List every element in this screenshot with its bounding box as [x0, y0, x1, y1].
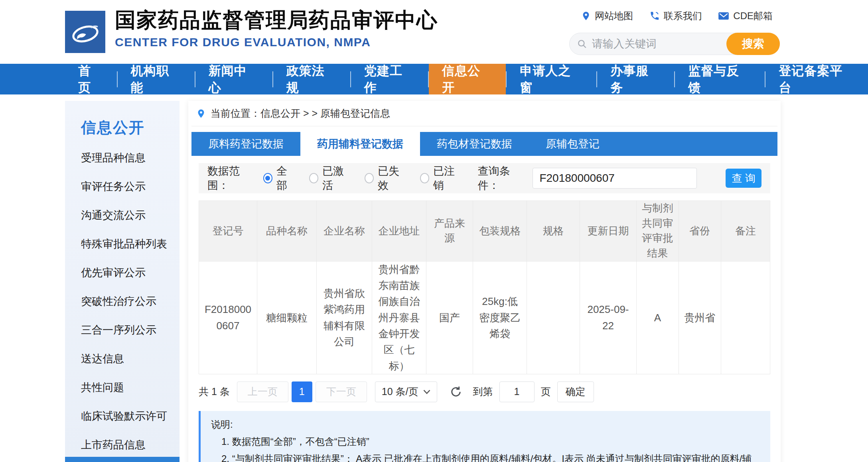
sidebar-item-breakthrough-therapy[interactable]: 突破性治疗公示 [65, 287, 180, 316]
next-page-button[interactable]: 下一页 [316, 381, 367, 402]
radio-cancelled-label: 已注销 [433, 164, 462, 193]
sidebar-item-special-approval[interactable]: 特殊审批品种列表 [65, 230, 180, 258]
sidebar-item-priority-review[interactable]: 优先审评公示 [65, 258, 180, 287]
nav-item-services[interactable]: 办事服务 [597, 64, 674, 94]
scope-radio-group: 全部 已激活 已失效 已注销 [263, 164, 462, 193]
radio-dot [367, 176, 371, 181]
brand-block: 国家药品监督管理局药品审评中心 CENTER FOR DRUG EVALUATI… [115, 7, 438, 49]
radio-unselected-icon[interactable] [420, 173, 429, 183]
header-right: 网站地图 联系我们 CDE邮箱 [569, 10, 780, 55]
search-input[interactable] [592, 38, 720, 50]
cell-spec [527, 261, 580, 374]
registration-table: 登记号 品种名称 企业名称 企业地址 产品来源 包装规格 规格 更新日期 与制剂… [199, 201, 770, 374]
chevron-down-icon [423, 389, 430, 394]
tab-packaging-registration-data[interactable]: 药包材登记数据 [420, 132, 529, 156]
page-number-button[interactable]: 1 [292, 381, 312, 402]
scope-label: 数据范围： [207, 164, 257, 193]
site-search: 搜索 [569, 33, 780, 55]
sidebar-item-marketed-drugs[interactable]: 上市药品信息 [65, 431, 180, 459]
sidebar-item-three-in-one[interactable]: 三合一序列公示 [65, 316, 180, 344]
col-packaging-spec: 包装规格 [473, 201, 527, 261]
radio-all[interactable]: 全部 [263, 164, 296, 193]
page-size-value: 10 条/页 [382, 385, 418, 398]
query-button[interactable]: 查 询 [726, 169, 761, 188]
col-province: 省份 [679, 201, 721, 261]
nav-item-party-building[interactable]: 党建工作 [351, 64, 428, 94]
cell-packaging-spec: 25kg:低密度聚乙烯袋 [473, 261, 527, 374]
breadcrumb: 当前位置：信息公开 > > 原辅包登记信息 [191, 101, 777, 126]
page: 国家药品监督管理局药品审评中心 CENTER FOR DRUG EVALUATI… [0, 0, 868, 462]
sidebar-item-active-partial[interactable] [65, 457, 180, 462]
col-update-date: 更新日期 [580, 201, 637, 261]
top-links: 网站地图 联系我们 CDE邮箱 [569, 10, 780, 22]
tab-api-registration-data[interactable]: 原料药登记数据 [191, 132, 300, 156]
sidebar-item-review-tasks[interactable]: 审评任务公示 [65, 172, 180, 201]
col-company-address: 企业地址 [372, 201, 426, 261]
site-subtitle: CENTER FOR DRUG EVALUATION, NMPA [115, 35, 438, 49]
cde-mail-link[interactable]: CDE邮箱 [718, 10, 773, 22]
radio-unselected-icon[interactable] [309, 173, 318, 183]
search-button[interactable]: 搜索 [726, 33, 780, 55]
page-size-select[interactable]: 10 条/页 [375, 381, 437, 402]
radio-activated-label: 已激活 [322, 164, 351, 193]
sidebar-item-accepted-varieties[interactable]: 受理品种信息 [65, 144, 180, 172]
nav-item-news[interactable]: 新闻中心 [195, 64, 272, 94]
main-nav: 首页 机构职能 新闻中心 政策法规 党建工作 信息公开 申请人之窗 办事服务 监… [0, 64, 868, 94]
confirm-button[interactable]: 确定 [557, 381, 594, 402]
phone-icon [649, 11, 660, 21]
sidebar-item-delivery-info[interactable]: 送达信息 [65, 344, 180, 373]
cell-remarks [721, 261, 770, 374]
col-company-name: 企业名称 [316, 201, 372, 261]
cell-product-origin: 国产 [426, 261, 473, 374]
radio-activated[interactable]: 已激活 [309, 164, 351, 193]
filter-bar: 数据范围： 全部 已激活 已失效 已注销 查询条 [199, 163, 770, 193]
pagination: 共 1 条 上一页 1 下一页 10 条/页 到第 页 确定 [199, 381, 770, 402]
nav-item-applicant-window[interactable]: 申请人之窗 [507, 64, 596, 94]
contact-label: 联系我们 [664, 10, 702, 22]
radio-dot [422, 176, 427, 181]
col-registration-number: 登记号 [199, 201, 257, 261]
radio-expired[interactable]: 已失效 [365, 164, 406, 193]
refresh-icon[interactable] [449, 385, 463, 399]
notes-title: 说明: [211, 416, 760, 433]
radio-expired-label: 已失效 [378, 164, 406, 193]
nav-item-registration-platform[interactable]: 登记备案平台 [765, 64, 868, 94]
content-panel: 当前位置：信息公开 > > 原辅包登记信息 原料药登记数据 药用辅料登记数据 药… [188, 101, 781, 462]
search-icon [577, 39, 587, 49]
nav-item-information-disclosure[interactable]: 信息公开 [429, 64, 506, 94]
nav-item-policies[interactable]: 政策法规 [273, 64, 350, 94]
radio-selected-icon[interactable] [263, 173, 272, 183]
cell-province: 贵州省 [679, 261, 721, 374]
breadcrumb-pin-icon [196, 108, 206, 120]
total-count: 共 1 条 [199, 385, 230, 398]
nav-item-functions[interactable]: 机构职能 [118, 64, 195, 94]
sidebar-item-communication[interactable]: 沟通交流公示 [65, 201, 180, 230]
radio-unselected-icon[interactable] [365, 173, 374, 183]
sidebar-item-common-issues[interactable]: 共性问题 [65, 373, 180, 402]
envelope-icon [718, 11, 729, 21]
sitemap-link[interactable]: 网站地图 [581, 10, 633, 22]
goto-label: 到第 [473, 385, 493, 398]
query-input[interactable] [533, 168, 697, 189]
col-spec: 规格 [527, 201, 580, 261]
tab-raw-excipient-pack-registration[interactable]: 原辅包登记 [529, 132, 616, 156]
radio-cancelled[interactable]: 已注销 [420, 164, 462, 193]
location-pin-icon [581, 10, 591, 22]
col-product-origin: 产品来源 [426, 201, 473, 261]
cell-registration-number: F20180000607 [199, 261, 257, 374]
radio-all-label: 全部 [276, 164, 295, 193]
sidebar-item-clinical-trial-license[interactable]: 临床试验默示许可 [65, 402, 180, 431]
cell-update-date: 2025-09-22 [580, 261, 637, 374]
table-header-row: 登记号 品种名称 企业名称 企业地址 产品来源 包装规格 规格 更新日期 与制剂… [199, 201, 770, 261]
note-line-1: 1. 数据范围“全部”，不包含“已注销” [211, 433, 760, 450]
radio-dot [311, 176, 316, 181]
table-row: F20180000607 糖细颗粒 贵州省欣紫鸿药用辅料有限公司 贵州省黔东南苗… [199, 261, 770, 374]
col-joint-review-result: 与制剂共同审评审批结果 [636, 201, 679, 261]
nav-item-home[interactable]: 首页 [65, 64, 117, 94]
nav-item-supervision-feedback[interactable]: 监督与反馈 [675, 64, 765, 94]
prev-page-button[interactable]: 上一页 [237, 381, 288, 402]
breadcrumb-text: 当前位置：信息公开 > > 原辅包登记信息 [211, 107, 390, 120]
contact-link[interactable]: 联系我们 [649, 10, 702, 22]
tab-excipient-registration-data[interactable]: 药用辅料登记数据 [300, 132, 420, 156]
goto-page-input[interactable] [499, 381, 535, 402]
